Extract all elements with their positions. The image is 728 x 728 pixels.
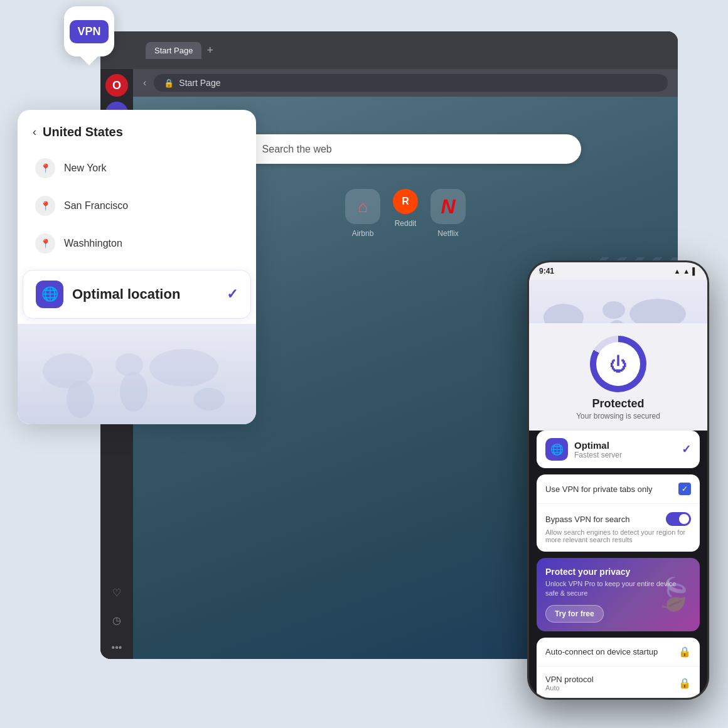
- svg-point-8: [602, 301, 625, 319]
- setting-label-bypass: Bypass VPN for search: [545, 515, 629, 524]
- location-header: ‹ United States: [18, 110, 256, 149]
- svg-point-3: [120, 372, 147, 412]
- power-circle-inner: ⏻: [596, 342, 640, 386]
- location-name-wa: Washhington: [64, 238, 122, 249]
- airbnb-icon: ⌂: [345, 189, 380, 224]
- vpn-badge-label: VPN: [70, 20, 108, 43]
- phone-optimal-row[interactable]: 🌐 Optimal Fastest server ✓: [537, 431, 700, 468]
- airbnb-label: Airbnb: [352, 229, 374, 238]
- reddit-label: Reddit: [395, 219, 417, 228]
- address-bar[interactable]: 🔒 Start Page: [154, 74, 668, 92]
- vpn-badge[interactable]: VPN: [64, 6, 114, 56]
- tab-start-page[interactable]: Start Page: [146, 42, 201, 59]
- bottom-row-protocol[interactable]: VPN protocol Auto 🔒: [537, 666, 700, 700]
- phone-optimal-sub: Fastest server: [574, 451, 675, 459]
- lock-icon: 🔒: [164, 78, 174, 88]
- optimal-location-row[interactable]: 🌐 Optimal location ✓: [23, 270, 251, 319]
- sidebar-heart-icon[interactable]: ♡: [105, 581, 128, 604]
- reddit-icon: R: [393, 189, 418, 214]
- svg-point-4: [149, 349, 218, 387]
- signal-icon: ▲: [673, 267, 680, 275]
- netflix-label: Netflix: [437, 229, 458, 238]
- protocol-title: VPN protocol: [545, 675, 594, 684]
- svg-point-1: [67, 380, 94, 418]
- nav-back-button[interactable]: ‹: [143, 77, 146, 88]
- phone-frame: 9:41 ▲ ▲ ▌ ← VPN 🗑 ⏻: [527, 260, 709, 700]
- netflix-icon: N: [431, 189, 466, 224]
- opera-icon[interactable]: O: [105, 74, 128, 97]
- setting-row-bypass[interactable]: Bypass VPN for search Allow search engin…: [537, 504, 700, 552]
- phone-status-bar: 9:41 ▲ ▲ ▌: [529, 262, 707, 280]
- phone-check-icon: ✓: [682, 442, 691, 456]
- setting-row-private-tabs[interactable]: Use VPN for private tabs only ✓: [537, 474, 700, 504]
- pin-icon: 📍: [35, 233, 55, 254]
- phone-time: 9:41: [539, 267, 554, 276]
- promo-try-button[interactable]: Try for free: [545, 605, 604, 623]
- protected-text: Protected: [592, 397, 644, 410]
- check-icon: ✓: [227, 286, 238, 302]
- globe-icon: 🌐: [36, 281, 63, 308]
- toggle-bypass-vpn[interactable]: [666, 512, 691, 526]
- quick-item-reddit[interactable]: R Reddit: [393, 189, 418, 238]
- lock-icon-autoconnect: 🔒: [678, 646, 691, 658]
- secured-subtitle: Your browsing is secured: [576, 412, 660, 420]
- promo-title: Protect your privacy: [545, 567, 691, 577]
- location-popup: ‹ United States 📍 New York 📍 San Francis…: [18, 110, 256, 424]
- world-map-background: [18, 324, 256, 424]
- sidebar-clock-icon[interactable]: ◷: [105, 609, 128, 631]
- phone-bottom-rows: Auto-connect on device startup 🔒 VPN pro…: [537, 638, 700, 700]
- power-icon: ⏻: [609, 354, 627, 375]
- location-name-ny: New York: [64, 163, 107, 174]
- list-item[interactable]: 📍 New York: [28, 149, 246, 187]
- privacy-promo-card: Protect your privacy Unlock VPN Pro to k…: [537, 558, 700, 631]
- vpn-power-section: ⏻ Protected Your browsing is secured: [529, 323, 707, 431]
- location-name-sf: San Francisco: [64, 200, 128, 211]
- quick-item-airbnb[interactable]: ⌂ Airbnb: [345, 189, 380, 238]
- bottom-row-autoconnect[interactable]: Auto-connect on device startup 🔒: [537, 638, 700, 666]
- world-map-svg: [24, 336, 250, 424]
- svg-point-5: [193, 388, 225, 410]
- phone-optimal-text: Optimal Fastest server: [574, 440, 675, 459]
- autoconnect-title: Auto-connect on device startup: [545, 647, 658, 656]
- new-tab-button[interactable]: +: [206, 44, 213, 57]
- browser-chrome: Start Page +: [100, 31, 678, 69]
- location-list: 📍 New York 📍 San Francisco 📍 Washhington: [18, 149, 256, 267]
- lock-icon-protocol: 🔒: [678, 677, 691, 689]
- phone-status-icons: ▲ ▲ ▌: [673, 267, 697, 275]
- search-placeholder: Search the web: [262, 144, 332, 155]
- phone-optimal-title: Optimal: [574, 440, 675, 451]
- optimal-label: Optimal location: [72, 286, 218, 302]
- location-back-button[interactable]: ‹: [33, 126, 36, 139]
- phone-settings: Use VPN for private tabs only ✓ Bypass V…: [537, 474, 700, 552]
- phone-globe-icon: 🌐: [545, 438, 568, 461]
- protocol-text: VPN protocol Auto: [545, 675, 594, 692]
- autoconnect-text: Auto-connect on device startup: [545, 647, 658, 656]
- pin-icon: 📍: [35, 196, 55, 216]
- location-title: United States: [43, 125, 123, 139]
- wifi-icon: ▲: [683, 267, 690, 275]
- promo-leaf-icon: 🍃: [655, 576, 693, 613]
- battery-icon: ▌: [692, 267, 697, 275]
- protocol-subtitle: Auto: [545, 684, 594, 692]
- setting-sublabel-bypass: Allow search engines to detect your regi…: [545, 528, 691, 543]
- power-circle-outer: ⏻: [590, 336, 646, 392]
- power-button[interactable]: ⏻: [590, 336, 646, 392]
- list-item[interactable]: 📍 San Francisco: [28, 187, 246, 225]
- svg-point-2: [115, 353, 143, 376]
- tab-bar: Start Page +: [146, 42, 213, 59]
- quick-item-netflix[interactable]: N Netflix: [431, 189, 466, 238]
- quick-access-row: ⌂ Airbnb R Reddit N Netflix: [345, 189, 466, 238]
- sidebar-more-icon[interactable]: •••: [105, 636, 128, 659]
- address-bar-row: ‹ 🔒 Start Page: [133, 69, 678, 97]
- search-bar[interactable]: G Search the web: [230, 134, 581, 164]
- tab-label: Start Page: [154, 46, 193, 55]
- list-item[interactable]: 📍 Washhington: [28, 225, 246, 262]
- checkbox-private-tabs[interactable]: ✓: [678, 483, 691, 495]
- setting-label-private: Use VPN for private tabs only: [545, 484, 653, 494]
- pin-icon: 📍: [35, 158, 55, 178]
- address-text: Start Page: [179, 78, 220, 88]
